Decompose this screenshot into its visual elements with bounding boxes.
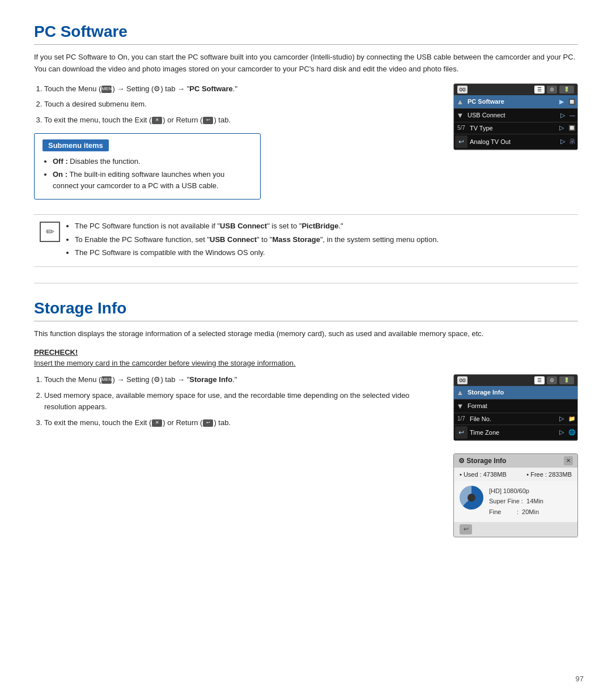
cam-arrow-usb: ▷ <box>558 111 567 120</box>
cam-label-pc-software: PC Software <box>466 96 557 107</box>
storage-info-section: Storage Info This function displays the … <box>34 299 578 537</box>
cam-label-tv: TV Type <box>469 122 557 134</box>
exit-icon-2: ✕ <box>152 419 162 427</box>
cam-settings-icon: ⚙ <box>547 86 557 94</box>
camera-ui-header: oo ☰ ⚙ 🔋 <box>454 84 577 95</box>
storage-details: [HD] 1080/60p Super Fine : 14Min Fine : … <box>489 486 543 517</box>
cam-arrow-analog: ▷ <box>558 137 567 146</box>
storage-cam-row-info: ▲ Storage Info <box>454 386 577 400</box>
cam-row-analog: ↩ Analog TV Out ▷ 示 <box>454 134 577 150</box>
pc-software-layout: Touch the Menu (MENU) → Setting (⚙) tab … <box>34 83 578 207</box>
cam-menu-icon: ☰ <box>534 86 545 94</box>
cam-val-pc: 🔲 <box>566 97 577 106</box>
cam-label-analog: Analog TV Out <box>469 136 558 147</box>
submenu-box: Submenu items Off : Disables the functio… <box>34 133 261 200</box>
cam-oo-icon: oo <box>457 86 468 94</box>
storage-nav-down: ▼ <box>454 400 466 413</box>
pc-software-desc: If you set PC Software to On, you can st… <box>34 52 578 75</box>
pc-software-title: PC Software <box>34 23 578 45</box>
storage-popup-close[interactable]: ✕ <box>564 456 573 465</box>
cam-val-tv: 🔲 <box>566 124 577 132</box>
storage-used: • Used : 4738MB <box>460 471 507 478</box>
storage-menu-icon: ☰ <box>534 376 545 384</box>
storage-arrow-tz: ▷ <box>557 427 566 437</box>
cam-row-usb: ▼ USB Connect ▷ — <box>454 109 577 122</box>
page-number: 97 <box>576 674 584 683</box>
pc-software-bold: PC Software <box>189 84 233 93</box>
submenu-item-off: Off : Disables the function. <box>53 156 252 167</box>
cam-arrow-tv: ▷ <box>557 123 566 133</box>
storage-popup-footer: ↩ <box>454 522 577 537</box>
step-1: Touch the Menu (MENU) → Setting (⚙) tab … <box>44 83 436 95</box>
setting-icon-2: ⚙ <box>154 375 160 384</box>
storage-cam-row-fileno: 1/7 File No. ▷ 📁 <box>454 413 577 425</box>
camera-ui-pc: oo ☰ ⚙ 🔋 ▲ PC Software ▶ 🔲 ▼ USB Co <box>453 83 578 150</box>
setting-icon: ⚙ <box>154 84 160 93</box>
note-3: The PC Software is compatible with the W… <box>75 247 439 258</box>
storage-format-arrow <box>573 405 577 407</box>
storage-info-right: oo ☰ ⚙ 🔋 ▲ Storage Info ▼ Format <box>453 374 578 537</box>
storage-info-popup: ⚙ Storage Info ✕ • Used : 4738MB • Free … <box>453 453 578 537</box>
storage-info-desc: This function displays the storage infor… <box>34 328 578 340</box>
storage-val-tz: 🌐 <box>566 428 577 436</box>
storage-battery-icon: 🔋 <box>559 376 574 384</box>
storage-label-format: Format <box>466 400 573 411</box>
cam-counter: 5/7 <box>454 124 469 132</box>
return-icon-2: ↩ <box>203 419 213 427</box>
cam-val-usb: — <box>567 111 577 120</box>
cam-label-usb: USB Connect <box>466 109 558 121</box>
note-list: The PC Software function is not availabl… <box>75 220 439 258</box>
storage-counter: 1/7 <box>454 414 469 423</box>
storage-step-3: To exit the menu, touch the Exit (✕) or … <box>44 417 436 429</box>
return-icon: ↩ <box>203 117 213 124</box>
camera-ui-storage: oo ☰ ⚙ 🔋 ▲ Storage Info ▼ Format <box>453 374 578 441</box>
submenu-list: Off : Disables the function. On : The bu… <box>53 156 252 192</box>
cam-nav-up: ▲ <box>454 95 466 108</box>
storage-info-title: Storage Info <box>34 299 578 321</box>
storage-info-layout: Touch the Menu (MENU) → Setting (⚙) tab … <box>34 374 578 537</box>
cam-val-analog: 示 <box>567 137 577 147</box>
svg-point-2 <box>464 490 479 506</box>
note-2: To Enable the PC Software function, set … <box>75 234 439 245</box>
cam-battery-icon: 🔋 <box>559 86 574 94</box>
storage-cam-row-format: ▼ Format <box>454 400 577 413</box>
step-2: Touch a desired submenu item. <box>44 99 436 111</box>
submenu-item-on: On : The built-in editing software launc… <box>53 169 252 191</box>
storage-label-fileno: File No. <box>469 413 557 425</box>
storage-popup-back[interactable]: ↩ <box>460 524 472 534</box>
storage-label-info: Storage Info <box>466 387 577 398</box>
menu-icon: MENU <box>101 86 112 93</box>
storage-label-tz: Time Zone <box>469 427 557 438</box>
section-divider <box>34 283 578 283</box>
cam-nav-down: ▼ <box>454 109 466 122</box>
exit-icon: ✕ <box>152 117 162 124</box>
storage-info-bold: Storage Info <box>189 375 232 384</box>
storage-detail-res: [HD] 1080/60p <box>489 486 543 497</box>
storage-step-1: Touch the Menu (MENU) → Setting (⚙) tab … <box>44 374 436 386</box>
storage-popup-body: [HD] 1080/60p Super Fine : 14Min Fine : … <box>454 481 577 522</box>
pc-software-steps: Touch the Menu (MENU) → Setting (⚙) tab … <box>44 83 436 126</box>
storage-cam-row-tz: ↩ Time Zone ▷ 🌐 <box>454 425 577 440</box>
storage-cam-header: oo ☰ ⚙ 🔋 <box>454 375 577 386</box>
storage-arrow-fileno: ▷ <box>557 414 566 423</box>
note-icon: ✏ <box>40 222 60 242</box>
storage-val-fileno: 📁 <box>566 414 577 423</box>
header-icons: ☰ ⚙ 🔋 <box>534 86 574 94</box>
storage-detail-fine: Fine : 20Min <box>489 507 543 517</box>
storage-free: • Free : 2833MB <box>526 471 572 478</box>
storage-back-btn: ↩ <box>455 426 468 439</box>
submenu-header: Submenu items <box>42 139 109 151</box>
storage-steps: Touch the Menu (MENU) → Setting (⚙) tab … <box>44 374 436 429</box>
storage-header-icons: ☰ ⚙ 🔋 <box>534 376 574 384</box>
pc-software-section: PC Software If you set PC Software to On… <box>34 23 578 267</box>
precheck-label: PRECHECK! <box>34 348 578 357</box>
pc-software-camera-ui: oo ☰ ⚙ 🔋 ▲ PC Software ▶ 🔲 ▼ USB Co <box>453 83 578 150</box>
cam-row-tv: 5/7 TV Type ▷ 🔲 <box>454 122 577 134</box>
storage-info-left: Touch the Menu (MENU) → Setting (⚙) tab … <box>34 374 436 435</box>
pc-software-notes: ✏ The PC Software function is not availa… <box>34 214 578 267</box>
storage-settings-icon: ⚙ <box>547 376 557 384</box>
step-3: To exit the menu, touch the Exit (✕) or … <box>44 114 436 126</box>
precheck-text: Insert the memory card in the camcorder … <box>34 359 578 367</box>
storage-step-2: Used memory space, available memory spac… <box>44 390 436 414</box>
note-content: The PC Software function is not availabl… <box>66 220 439 261</box>
